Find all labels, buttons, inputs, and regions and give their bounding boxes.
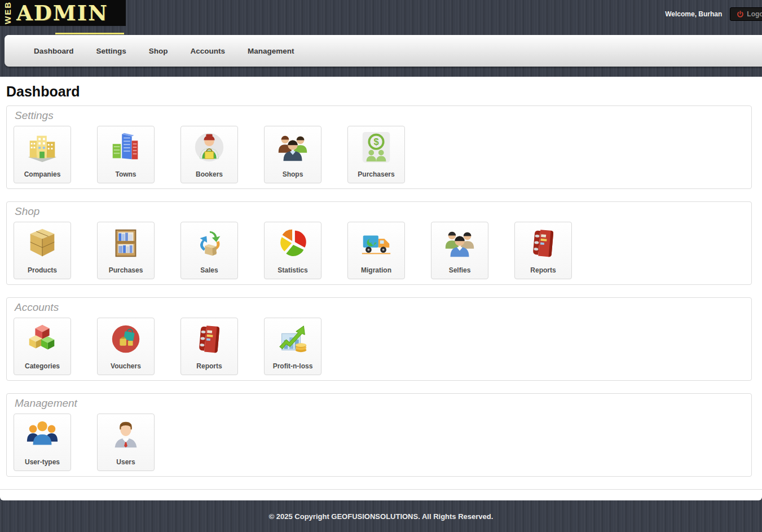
tile-label: Vouchers bbox=[98, 362, 154, 370]
cubes-icon bbox=[25, 322, 60, 357]
package-icon bbox=[25, 226, 60, 261]
nav-item-shop[interactable]: Shop bbox=[138, 47, 179, 55]
section-title: Settings bbox=[15, 109, 745, 122]
business-man-icon bbox=[108, 417, 143, 452]
svg-text:$: $ bbox=[373, 137, 378, 147]
tile-label: Bookers bbox=[181, 170, 237, 178]
top-bar: WEB ADMIN Welcome, Burhan Logout bbox=[0, 0, 762, 35]
tile-sales[interactable]: Sales bbox=[180, 222, 238, 279]
logo-underline bbox=[55, 33, 124, 34]
tile-migration[interactable]: Migration bbox=[347, 222, 405, 279]
tile-label: Migration bbox=[348, 266, 404, 274]
tile-purchases[interactable]: Purchases bbox=[97, 222, 155, 279]
tile-label: Profit-n-loss bbox=[265, 362, 321, 370]
section-shop: ShopProductsPurchasesSalesStatisticsMigr… bbox=[6, 201, 752, 285]
tile-label: Purchases bbox=[98, 266, 154, 274]
section-title: Shop bbox=[15, 205, 745, 218]
section-accounts: AccountsCategoriesVouchersReportsProfit-… bbox=[6, 297, 752, 381]
tile-label: Products bbox=[14, 266, 71, 274]
tile-bookers[interactable]: Bookers bbox=[180, 126, 238, 183]
people-shops-icon bbox=[275, 130, 310, 165]
tile-users[interactable]: Users bbox=[97, 414, 155, 471]
tile-label: Categories bbox=[14, 362, 71, 370]
tile-companies[interactable]: Companies bbox=[14, 126, 71, 183]
tile-label: Reports bbox=[515, 266, 571, 274]
tile-user-types[interactable]: User-types bbox=[14, 414, 71, 471]
tile-profit-n-loss[interactable]: Profit-n-loss bbox=[264, 318, 321, 375]
section-management: ManagementUser-typesUsers bbox=[6, 393, 752, 477]
tile-reports[interactable]: Reports bbox=[180, 318, 238, 375]
people-selfies-icon bbox=[442, 226, 477, 261]
tile-label: Users bbox=[98, 458, 154, 466]
copyright-text: © 2025 Copyright GEOFUSIONSOLUTIONS. All… bbox=[269, 512, 494, 521]
main-nav: DashboardSettingsShopAccountsManagement bbox=[5, 35, 762, 67]
red-book-icon bbox=[526, 226, 561, 261]
logo-admin-text: ADMIN bbox=[16, 1, 108, 25]
truck-icon bbox=[359, 226, 394, 261]
profit-chart-icon bbox=[275, 322, 310, 357]
voucher-circle-icon bbox=[108, 322, 143, 357]
content-area: Dashboard SettingsCompaniesTownsBookersS… bbox=[0, 77, 762, 500]
app-logo: WEB ADMIN bbox=[0, 0, 126, 26]
tile-purchasers[interactable]: $Purchasers bbox=[347, 126, 405, 183]
welcome-text: Welcome, Burhan bbox=[665, 10, 722, 18]
tile-label: Reports bbox=[181, 362, 237, 370]
tile-label: Sales bbox=[181, 266, 237, 274]
nav-item-accounts[interactable]: Accounts bbox=[179, 47, 237, 55]
power-icon bbox=[737, 11, 744, 18]
tile-label: Purchasers bbox=[348, 170, 404, 178]
section-settings: SettingsCompaniesTownsBookersShops$Purch… bbox=[6, 105, 752, 189]
tile-row: User-typesUsers bbox=[14, 414, 745, 471]
tile-label: Towns bbox=[98, 170, 154, 178]
user-group-icon bbox=[25, 417, 60, 452]
tile-statistics[interactable]: Statistics bbox=[264, 222, 321, 279]
nav-item-dashboard[interactable]: Dashboard bbox=[23, 47, 85, 55]
tile-shops[interactable]: Shops bbox=[264, 126, 321, 183]
tile-row: CompaniesTownsBookersShops$Purchasers bbox=[14, 126, 745, 183]
building-icon bbox=[25, 130, 60, 165]
tile-reports[interactable]: Reports bbox=[514, 222, 572, 279]
section-title: Accounts bbox=[15, 301, 745, 314]
tile-vouchers[interactable]: Vouchers bbox=[97, 318, 155, 375]
nav-item-settings[interactable]: Settings bbox=[85, 47, 138, 55]
tile-label: User-types bbox=[14, 458, 71, 466]
tile-selfies[interactable]: Selfies bbox=[431, 222, 488, 279]
tile-products[interactable]: Products bbox=[14, 222, 71, 279]
footer: © 2025 Copyright GEOFUSIONSOLUTIONS. All… bbox=[0, 500, 762, 532]
tile-label: Selfies bbox=[431, 266, 488, 274]
tile-categories[interactable]: Categories bbox=[14, 318, 71, 375]
tile-label: Companies bbox=[14, 170, 71, 178]
logout-button[interactable]: Logout bbox=[730, 7, 762, 21]
tile-label: Shops bbox=[265, 170, 321, 178]
logout-label: Logout bbox=[747, 10, 762, 18]
sales-arrows-icon bbox=[192, 226, 227, 261]
logo-web-text: WEB bbox=[3, 1, 12, 25]
dollar-people-icon: $ bbox=[359, 130, 394, 165]
tile-row: ProductsPurchasesSalesStatisticsMigratio… bbox=[14, 222, 745, 279]
top-right-area: Welcome, Burhan Logout bbox=[665, 7, 762, 21]
tile-label: Statistics bbox=[265, 266, 321, 274]
tile-towns[interactable]: Towns bbox=[97, 126, 155, 183]
tile-row: CategoriesVouchersReportsProfit-n-loss bbox=[14, 318, 745, 375]
red-book-icon bbox=[192, 322, 227, 357]
bottom-divider bbox=[0, 489, 762, 490]
page-title: Dashboard bbox=[6, 83, 762, 100]
towns-icon bbox=[108, 130, 143, 165]
shelf-icon bbox=[108, 226, 143, 261]
booker-icon bbox=[192, 130, 227, 165]
section-title: Management bbox=[15, 397, 745, 410]
pie-chart-icon bbox=[275, 226, 310, 261]
nav-item-management[interactable]: Management bbox=[236, 47, 306, 55]
